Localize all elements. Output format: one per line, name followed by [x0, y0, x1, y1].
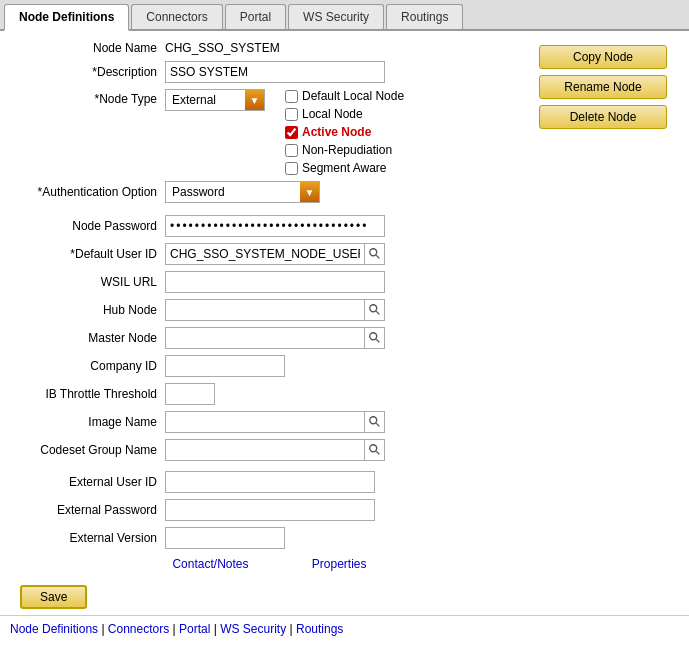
- company-id-input[interactable]: [165, 355, 285, 377]
- master-node-field-wrapper: [165, 327, 385, 349]
- node-type-label: *Node Type: [10, 89, 165, 106]
- save-button[interactable]: Save: [20, 585, 87, 609]
- tab-node-definitions[interactable]: Node Definitions: [4, 4, 129, 31]
- codeset-group-search-button[interactable]: [365, 439, 385, 461]
- node-password-row: Node Password: [10, 215, 529, 237]
- node-options: Default Local Node Local Node Active Nod…: [285, 89, 404, 175]
- default-user-label: *Default User ID: [10, 247, 165, 261]
- footer-nav: Node Definitions | Connectors | Portal |…: [0, 615, 689, 642]
- segment-aware-row: Segment Aware: [285, 161, 404, 175]
- search-icon: [368, 247, 382, 261]
- search-icon: [368, 331, 382, 345]
- footer-connectors-link[interactable]: Connectors: [108, 622, 169, 636]
- default-user-input[interactable]: [165, 243, 365, 265]
- wsil-url-row: WSIL URL: [10, 271, 529, 293]
- external-user-label: External User ID: [10, 475, 165, 489]
- description-input[interactable]: [165, 61, 385, 83]
- footer-routings-link[interactable]: Routings: [296, 622, 343, 636]
- segment-aware-checkbox[interactable]: [285, 162, 298, 175]
- action-buttons: Copy Node Rename Node Delete Node: [539, 41, 679, 577]
- search-icon: [368, 415, 382, 429]
- external-user-input[interactable]: [165, 471, 375, 493]
- tab-ws-security[interactable]: WS Security: [288, 4, 384, 29]
- company-id-label: Company ID: [10, 359, 165, 373]
- image-name-field-wrapper: [165, 411, 385, 433]
- contact-notes-link[interactable]: Contact/Notes: [172, 557, 248, 571]
- tab-connectors[interactable]: Connectors: [131, 4, 222, 29]
- hub-node-row: Hub Node: [10, 299, 529, 321]
- hub-node-search-button[interactable]: [365, 299, 385, 321]
- search-icon: [368, 303, 382, 317]
- non-repudiation-label: Non-Repudiation: [302, 143, 392, 157]
- default-local-node-row: Default Local Node: [285, 89, 404, 103]
- codeset-group-field-wrapper: [165, 439, 385, 461]
- wsil-url-label: WSIL URL: [10, 275, 165, 289]
- external-version-row: External Version: [10, 527, 529, 549]
- rename-node-button[interactable]: Rename Node: [539, 75, 667, 99]
- active-node-checkbox[interactable]: [285, 126, 298, 139]
- svg-point-4: [369, 333, 376, 340]
- external-version-label: External Version: [10, 531, 165, 545]
- tab-routings[interactable]: Routings: [386, 4, 463, 29]
- node-name-row: Node Name CHG_SSO_SYSTEM: [10, 41, 529, 55]
- default-user-field-wrapper: [165, 243, 385, 265]
- codeset-group-label: Codeset Group Name: [10, 443, 165, 457]
- node-type-select-wrapper: External Internal ▼: [165, 89, 265, 111]
- master-node-search-button[interactable]: [365, 327, 385, 349]
- svg-line-3: [376, 311, 379, 314]
- svg-point-2: [369, 305, 376, 312]
- company-id-row: Company ID: [10, 355, 529, 377]
- external-version-input[interactable]: [165, 527, 285, 549]
- auth-option-select[interactable]: Password Certificate None: [165, 181, 320, 203]
- svg-point-6: [369, 417, 376, 424]
- svg-line-9: [376, 451, 379, 454]
- image-name-input[interactable]: [165, 411, 365, 433]
- node-type-select[interactable]: External Internal: [165, 89, 265, 111]
- default-local-node-label: Default Local Node: [302, 89, 404, 103]
- svg-line-7: [376, 423, 379, 426]
- tab-portal[interactable]: Portal: [225, 4, 286, 29]
- non-repudiation-checkbox[interactable]: [285, 144, 298, 157]
- search-icon: [368, 443, 382, 457]
- master-node-input[interactable]: [165, 327, 365, 349]
- active-node-row: Active Node: [285, 125, 404, 139]
- master-node-label: Master Node: [10, 331, 165, 345]
- external-password-input[interactable]: [165, 499, 375, 521]
- links-row: Contact/Notes Properties: [10, 557, 529, 571]
- footer-ws-security-link[interactable]: WS Security: [220, 622, 286, 636]
- wsil-url-input[interactable]: [165, 271, 385, 293]
- svg-point-0: [369, 249, 376, 256]
- master-node-row: Master Node: [10, 327, 529, 349]
- node-type-row: *Node Type External Internal ▼ Default L…: [10, 89, 529, 175]
- codeset-group-input[interactable]: [165, 439, 365, 461]
- local-node-checkbox[interactable]: [285, 108, 298, 121]
- description-label: *Description: [10, 65, 165, 79]
- main-tabs: Node Definitions Connectors Portal WS Se…: [0, 0, 689, 31]
- svg-line-5: [376, 339, 379, 342]
- svg-line-1: [376, 255, 379, 258]
- image-name-row: Image Name: [10, 411, 529, 433]
- default-local-node-checkbox[interactable]: [285, 90, 298, 103]
- auth-option-row: *Authentication Option Password Certific…: [10, 181, 529, 203]
- segment-aware-label: Segment Aware: [302, 161, 387, 175]
- active-node-label: Active Node: [302, 125, 371, 139]
- footer-node-definitions-link[interactable]: Node Definitions: [10, 622, 98, 636]
- ib-throttle-label: IB Throttle Threshold: [10, 387, 165, 401]
- copy-node-button[interactable]: Copy Node: [539, 45, 667, 69]
- default-user-search-button[interactable]: [365, 243, 385, 265]
- image-name-search-button[interactable]: [365, 411, 385, 433]
- footer-portal-link[interactable]: Portal: [179, 622, 210, 636]
- hub-node-label: Hub Node: [10, 303, 165, 317]
- delete-node-button[interactable]: Delete Node: [539, 105, 667, 129]
- codeset-group-row: Codeset Group Name: [10, 439, 529, 461]
- properties-link[interactable]: Properties: [312, 557, 367, 571]
- external-user-row: External User ID: [10, 471, 529, 493]
- ib-throttle-input[interactable]: [165, 383, 215, 405]
- node-password-input[interactable]: [165, 215, 385, 237]
- non-repudiation-row: Non-Repudiation: [285, 143, 404, 157]
- save-button-container: Save: [10, 577, 679, 609]
- form-area: Node Name CHG_SSO_SYSTEM *Description *N…: [10, 41, 679, 577]
- svg-point-8: [369, 445, 376, 452]
- auth-option-label: *Authentication Option: [10, 185, 165, 199]
- hub-node-input[interactable]: [165, 299, 365, 321]
